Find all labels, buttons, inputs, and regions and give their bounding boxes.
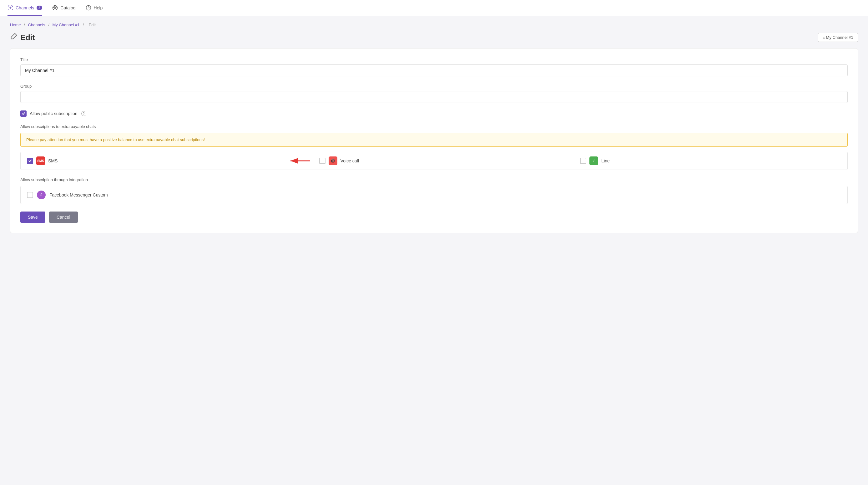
extra-payable-section: Allow subscriptions to extra payable cha… bbox=[20, 124, 848, 170]
title-group: Title bbox=[20, 57, 848, 76]
nav-catalog[interactable]: Catalog bbox=[52, 1, 75, 16]
save-button[interactable]: Save bbox=[20, 211, 45, 223]
sms-icon: SMS bbox=[36, 156, 45, 165]
sms-checkmark-icon bbox=[28, 159, 32, 163]
breadcrumb-channels[interactable]: Channels bbox=[28, 23, 45, 27]
line-channel-item: ✓ Line bbox=[580, 156, 841, 165]
line-icon: ✓ bbox=[589, 156, 598, 165]
allow-public-subscription-checkbox[interactable] bbox=[20, 110, 27, 117]
integration-section: Allow subscription through integration F… bbox=[20, 177, 848, 204]
sms-channel-item: SMS SMS bbox=[27, 156, 288, 165]
breadcrumb-current: Edit bbox=[89, 23, 96, 27]
cancel-button[interactable]: Cancel bbox=[49, 211, 78, 223]
integration-label: Allow subscription through integration bbox=[20, 177, 848, 182]
line-label: Line bbox=[601, 158, 610, 163]
nav-catalog-label: Catalog bbox=[60, 5, 75, 10]
red-arrow-indicator bbox=[288, 156, 313, 165]
nav-help-label: Help bbox=[94, 5, 103, 10]
voice-call-channel-item: 📵 Voice call bbox=[319, 156, 580, 165]
warning-text: Please pay attention that you must have … bbox=[26, 137, 205, 142]
voice-call-icon: 📵 bbox=[329, 156, 337, 165]
group-group: Group bbox=[20, 84, 848, 103]
title-label: Title bbox=[20, 57, 848, 62]
form-card: Title Group Allow public subscription ? … bbox=[10, 48, 858, 233]
facebook-icon bbox=[37, 191, 45, 199]
breadcrumb-home[interactable]: Home bbox=[10, 23, 21, 27]
voice-call-checkbox[interactable] bbox=[319, 158, 326, 164]
nav-channels-label: Channels bbox=[16, 5, 34, 10]
extra-payable-label: Allow subscriptions to extra payable cha… bbox=[20, 124, 848, 129]
checkmark-icon bbox=[22, 112, 25, 115]
page-title: Edit bbox=[10, 33, 35, 42]
voice-call-label: Voice call bbox=[341, 158, 359, 163]
facebook-label: Facebook Messenger Custom bbox=[50, 193, 108, 197]
title-input[interactable] bbox=[20, 64, 848, 76]
channels-icon bbox=[7, 5, 13, 11]
facebook-checkbox[interactable] bbox=[27, 192, 33, 198]
integration-row: Facebook Messenger Custom bbox=[20, 186, 848, 204]
breadcrumb: Home / Channels / My Channel #1 / Edit bbox=[0, 16, 868, 30]
back-button[interactable]: « My Channel #1 bbox=[818, 33, 858, 42]
nav-channels[interactable]: Channels 3 bbox=[7, 1, 42, 16]
help-icon bbox=[86, 5, 91, 11]
form-actions: Save Cancel bbox=[20, 211, 848, 223]
breadcrumb-channel[interactable]: My Channel #1 bbox=[52, 23, 80, 27]
group-label: Group bbox=[20, 84, 848, 89]
nav-help[interactable]: Help bbox=[86, 1, 103, 16]
line-checkbox[interactable] bbox=[580, 158, 586, 164]
allow-public-subscription-row: Allow public subscription ? bbox=[20, 110, 848, 117]
page-header: Edit « My Channel #1 bbox=[0, 30, 868, 48]
allow-public-subscription-help-icon[interactable]: ? bbox=[81, 111, 86, 116]
catalog-icon bbox=[52, 5, 58, 11]
sms-label: SMS bbox=[48, 158, 58, 163]
group-input[interactable] bbox=[20, 91, 848, 103]
red-arrow-icon bbox=[288, 156, 313, 165]
allow-public-subscription-label: Allow public subscription bbox=[30, 111, 78, 116]
sms-checkbox[interactable] bbox=[27, 158, 33, 164]
edit-icon bbox=[10, 33, 17, 41]
channel-options-row: SMS SMS 📵 Voice call bbox=[20, 152, 848, 170]
warning-box: Please pay attention that you must have … bbox=[20, 133, 848, 147]
channels-badge: 3 bbox=[37, 6, 42, 10]
